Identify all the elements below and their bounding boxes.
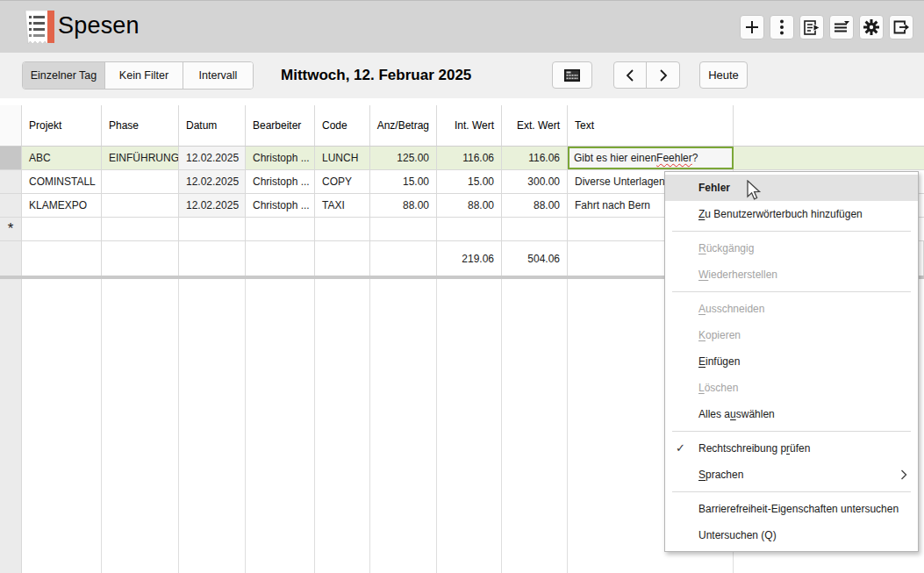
list-menu-button[interactable]	[829, 15, 854, 39]
view-mode-segmented-control: Einzelner Tag Kein Filter Intervall	[22, 61, 254, 90]
menu-item-inspect[interactable]: Untersuchen (Q)	[665, 522, 918, 548]
cell-phase[interactable]	[102, 170, 179, 193]
cell-empty[interactable]	[179, 218, 246, 240]
report-export-icon	[804, 20, 820, 35]
cell-ext-wert[interactable]: 88.00	[502, 194, 568, 217]
menu-item-cut: Ausschneiden	[665, 296, 918, 322]
menu-item-suggestion-fehler[interactable]: Fehler	[665, 175, 918, 201]
receipt-app-icon	[25, 11, 54, 45]
cell-empty[interactable]	[22, 218, 102, 240]
menu-item-delete: Löschen	[665, 375, 918, 401]
column-header-ext-wert: Ext. Wert	[502, 105, 568, 146]
chevron-left-icon	[626, 69, 634, 82]
cell-empty[interactable]	[102, 218, 179, 240]
menu-item-redo: Wiederherstellen	[665, 261, 918, 288]
menu-item-accessibility-inspect[interactable]: Barrierefreiheit-Eigenschaften untersuch…	[665, 496, 918, 522]
cell-projekt[interactable]: ABC	[22, 147, 102, 169]
cell-empty[interactable]	[502, 218, 568, 240]
date-nav	[613, 61, 680, 89]
exit-button[interactable]	[889, 15, 913, 39]
cell-datum[interactable]: 12.02.2025	[179, 170, 246, 193]
tab-kein-filter[interactable]: Kein Filter	[105, 62, 183, 89]
row-selector-header	[0, 105, 22, 146]
calendar-button[interactable]	[552, 61, 592, 89]
menu-item-select-all[interactable]: Alles auswählen	[665, 401, 918, 427]
row-selector[interactable]	[0, 170, 22, 193]
report-export-button[interactable]	[799, 15, 824, 39]
cell-int-wert[interactable]: 116.06	[437, 147, 502, 169]
checkmark-icon: ✓	[676, 435, 685, 462]
cell-empty[interactable]	[246, 218, 315, 240]
column-header-projekt: Projekt	[22, 105, 102, 146]
menu-item-languages[interactable]: Sprachen	[665, 462, 918, 488]
cell-datum[interactable]: 12.02.2025	[179, 194, 246, 217]
column-header-anz-betrag: Anz/Betrag	[370, 105, 437, 146]
cell-empty[interactable]	[370, 218, 437, 240]
cell-bearbeiter[interactable]: Christoph ...	[246, 147, 315, 169]
cell-empty[interactable]	[315, 218, 370, 240]
tab-intervall[interactable]: Intervall	[183, 62, 253, 89]
cell-phase[interactable]: EINFÜHRUNG	[102, 147, 179, 169]
today-button[interactable]: Heute	[699, 61, 748, 89]
table-header-row: Projekt Phase Datum Bearbeiter Code Anz/…	[0, 105, 924, 147]
settings-gear-icon	[863, 19, 879, 35]
mouse-cursor	[745, 180, 764, 201]
column-header-phase: Phase	[102, 105, 179, 146]
row-selector[interactable]	[0, 147, 22, 169]
cell-anz-betrag[interactable]: 125.00	[370, 147, 437, 169]
menu-item-undo: Rückgängig	[665, 235, 918, 261]
misspelled-word: Feehler	[656, 152, 692, 164]
total-int-wert: 219.06	[437, 241, 502, 276]
total-ext-wert: 504.06	[502, 241, 568, 276]
cell-int-wert[interactable]: 15.00	[437, 170, 502, 193]
text-edit-cell[interactable]: Gibt es hier einen Feehler?	[568, 147, 734, 169]
date-title: Mittwoch, 12. Februar 2025	[281, 53, 471, 98]
tab-einzelner-tag[interactable]: Einzelner Tag	[23, 62, 105, 89]
previous-day-button[interactable]	[614, 62, 647, 88]
column-header-filler	[734, 105, 924, 146]
page-title: Spesen	[58, 12, 140, 39]
row-selector[interactable]	[0, 194, 22, 217]
list-menu-icon	[834, 20, 849, 34]
column-header-code: Code	[315, 105, 370, 146]
add-button[interactable]	[740, 15, 764, 39]
settings-button[interactable]	[859, 15, 884, 39]
menu-separator	[672, 491, 911, 492]
submenu-arrow-icon	[900, 469, 907, 480]
column-header-text: Text	[568, 105, 734, 146]
cell-projekt[interactable]: COMINSTALL	[22, 170, 102, 193]
cell-bearbeiter[interactable]: Christoph ...	[246, 194, 315, 217]
cell-code[interactable]: LUNCH	[315, 147, 370, 169]
spellcheck-context-menu: Fehler Zu Benutzerwörterbuch hinzufügen …	[664, 171, 919, 552]
table-row: ABC EINFÜHRUNG 12.02.2025 Christoph ... …	[0, 147, 924, 170]
kebab-menu-icon	[779, 19, 784, 35]
cell-code[interactable]: TAXI	[315, 194, 370, 217]
cell-bearbeiter[interactable]: Christoph ...	[246, 170, 315, 193]
more-options-button[interactable]	[770, 15, 794, 39]
calendar-icon	[564, 69, 580, 82]
cell-datum[interactable]: 12.02.2025	[179, 147, 246, 169]
add-icon	[745, 20, 759, 34]
menu-separator	[672, 291, 911, 292]
cell-empty[interactable]	[437, 218, 502, 240]
cell-ext-wert[interactable]: 116.06	[502, 147, 568, 169]
column-header-bearbeiter: Bearbeiter	[246, 105, 315, 146]
menu-separator	[672, 431, 911, 432]
menu-item-paste[interactable]: Einfügen	[665, 348, 918, 375]
cell-ext-wert[interactable]: 300.00	[502, 170, 568, 193]
chevron-right-icon	[659, 69, 668, 82]
menu-item-check-spelling[interactable]: ✓Rechtschreibung prüfen	[665, 435, 918, 462]
next-day-button[interactable]	[647, 62, 679, 88]
menu-separator	[672, 231, 911, 232]
menu-item-copy: Kopieren	[665, 322, 918, 348]
cell-code[interactable]: COPY	[315, 170, 370, 193]
menu-item-add-to-dictionary[interactable]: Zu Benutzerwörterbuch hinzufügen	[665, 201, 918, 227]
cell-projekt[interactable]: KLAMEXPO	[22, 194, 102, 217]
cell-int-wert[interactable]: 88.00	[437, 194, 502, 217]
app-header: Spesen	[0, 0, 924, 53]
cell-phase[interactable]	[102, 194, 179, 217]
column-header-int-wert: Int. Wert	[437, 105, 502, 146]
cell-anz-betrag[interactable]: 88.00	[370, 194, 437, 217]
edit-text: Gibt es hier einen	[574, 152, 656, 164]
cell-anz-betrag[interactable]: 15.00	[370, 170, 437, 193]
